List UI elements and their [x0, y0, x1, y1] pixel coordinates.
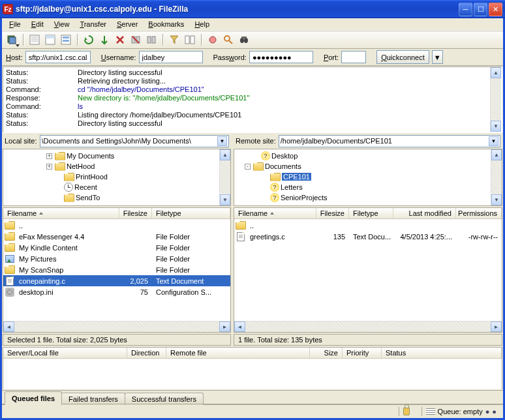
- tab-successful-transfers[interactable]: Successful transfers: [125, 393, 204, 405]
- reconnect-button[interactable]: [144, 33, 159, 47]
- menu-edit[interactable]: Edit: [27, 20, 48, 29]
- tree-item[interactable]: PrintHood: [5, 172, 218, 182]
- remote-tree[interactable]: ?Desktop-DocumentsCPE101?Letters?SeniorP…: [234, 149, 491, 205]
- sitemanager-button[interactable]: [5, 33, 19, 47]
- queue-body[interactable]: [3, 359, 502, 389]
- local-path-combo[interactable]: \Documents and Settings\John\My Document…: [40, 135, 229, 147]
- tab-failed-transfers[interactable]: Failed transfers: [61, 393, 125, 405]
- tree-item[interactable]: CPE101: [236, 172, 489, 182]
- tab-queued-files[interactable]: Queued files: [5, 391, 62, 404]
- tree-item[interactable]: ?Desktop: [236, 151, 489, 161]
- local-file-list[interactable]: ..eFax Messenger 4.4File FolderMy Kindle…: [3, 219, 230, 321]
- close-button[interactable]: ✕: [489, 3, 502, 16]
- menu-bookmarks[interactable]: Bookmarks: [144, 20, 189, 29]
- username-input[interactable]: [139, 51, 203, 63]
- list-row[interactable]: eFax Messenger 4.4File Folder: [3, 231, 230, 242]
- minimize-button[interactable]: ─: [459, 3, 472, 16]
- list-row[interactable]: My PicturesFile Folder: [3, 253, 230, 264]
- tree-item[interactable]: +NetHood: [5, 161, 218, 172]
- list-row[interactable]: My ScanSnapFile Folder: [3, 264, 230, 275]
- expander-icon[interactable]: -: [245, 164, 251, 170]
- local-column-headers[interactable]: Filename Filesize Filetype: [3, 208, 230, 219]
- toggle-queue-button[interactable]: [59, 33, 73, 47]
- scroll-up-button[interactable]: ▲: [220, 149, 230, 160]
- tree-item[interactable]: ?Letters: [236, 182, 489, 192]
- col-server[interactable]: Server/Local file: [3, 348, 127, 358]
- remote-file-list[interactable]: ..greetings.c135Text Docu...4/5/2013 4:2…: [234, 219, 502, 321]
- port-input[interactable]: [341, 51, 366, 63]
- cell-filename: My Kindle Content: [15, 244, 119, 252]
- binoculars-button[interactable]: [237, 33, 251, 47]
- filter-button[interactable]: [167, 33, 181, 47]
- col-status[interactable]: Status: [382, 348, 502, 358]
- col-remotefile[interactable]: Remote file: [166, 348, 310, 358]
- remote-path-combo[interactable]: /home/jdalbey/Documents/CPE101 ▼: [279, 135, 500, 147]
- process-queue-button[interactable]: [97, 33, 112, 47]
- quickconnect-button[interactable]: Quickconnect: [376, 50, 429, 64]
- host-input[interactable]: [25, 51, 91, 63]
- list-row[interactable]: conepainting.c2,025Text Document: [3, 275, 230, 286]
- scroll-up-button[interactable]: ▲: [491, 67, 501, 78]
- tree-item[interactable]: SendTo: [5, 192, 218, 203]
- scroll-right-button[interactable]: ►: [219, 322, 230, 332]
- expander-icon[interactable]: +: [46, 153, 52, 159]
- menu-server[interactable]: Server: [112, 20, 142, 29]
- col-priority[interactable]: Priority: [343, 348, 382, 358]
- disconnect-button[interactable]: [129, 33, 143, 47]
- local-hscrollbar[interactable]: ◄►: [3, 321, 230, 332]
- scroll-right-button[interactable]: ►: [491, 322, 502, 332]
- tree-item[interactable]: +My Documents: [5, 151, 218, 161]
- tree-item[interactable]: -Documents: [236, 161, 489, 172]
- log-content[interactable]: Status:Directory listing successfulStatu…: [3, 67, 490, 132]
- remote-hscrollbar[interactable]: ◄►: [234, 321, 502, 332]
- menu-transfer[interactable]: Transfer: [75, 20, 111, 29]
- col-size[interactable]: Size: [310, 348, 343, 358]
- local-tree-scrollbar[interactable]: ▲ ▼: [219, 149, 230, 205]
- menu-file[interactable]: File: [5, 20, 25, 29]
- scroll-up-button[interactable]: ▲: [491, 149, 502, 160]
- log-scrollbar[interactable]: ▲ ▼: [490, 67, 501, 132]
- col-filename[interactable]: Filename: [3, 208, 119, 218]
- scroll-left-button[interactable]: ◄: [234, 322, 245, 332]
- refresh-button[interactable]: [82, 33, 96, 47]
- list-row[interactable]: desktop.ini75Configuration S...: [3, 286, 230, 297]
- list-row[interactable]: greetings.c135Text Docu...4/5/2013 4:25:…: [234, 231, 502, 242]
- compare-button[interactable]: [183, 33, 197, 47]
- list-row[interactable]: My Kindle ContentFile Folder: [3, 242, 230, 253]
- scroll-left-button[interactable]: ◄: [3, 322, 14, 332]
- remote-tree-scrollbar[interactable]: ▲ ▼: [491, 149, 502, 205]
- col-filename[interactable]: Filename: [234, 208, 316, 218]
- list-row[interactable]: ..: [234, 220, 502, 231]
- maximize-button[interactable]: ☐: [474, 3, 487, 16]
- expander-icon[interactable]: +: [46, 164, 52, 170]
- list-row[interactable]: ..: [3, 220, 230, 231]
- tree-item[interactable]: ?SeniorProjects: [236, 192, 489, 203]
- col-filesize[interactable]: Filesize: [119, 208, 152, 218]
- queue-column-headers[interactable]: Server/Local file Direction Remote file …: [3, 348, 502, 359]
- password-input[interactable]: [249, 51, 313, 63]
- local-tree[interactable]: +My Documents+NetHoodPrintHoodRecentSend…: [3, 149, 219, 205]
- remote-column-headers[interactable]: Filename Filesize Filetype Last modified…: [234, 208, 502, 219]
- queue-indicator[interactable]: Queue: empty ●●: [421, 407, 500, 416]
- sync-browse-button[interactable]: [206, 33, 220, 47]
- quickconnect-history-button[interactable]: ▼: [432, 50, 443, 64]
- col-filetype[interactable]: Filetype: [349, 208, 393, 218]
- scroll-down-button[interactable]: ▼: [220, 194, 230, 205]
- col-direction[interactable]: Direction: [127, 348, 166, 358]
- col-filetype[interactable]: Filetype: [152, 208, 230, 218]
- dropdown-icon[interactable]: ▼: [489, 136, 498, 146]
- toggle-tree-button[interactable]: [43, 33, 57, 47]
- menu-view[interactable]: View: [50, 20, 74, 29]
- col-permissions[interactable]: Permissions: [456, 208, 502, 218]
- scroll-down-button[interactable]: ▼: [491, 121, 501, 132]
- menu-help[interactable]: Help: [190, 20, 214, 29]
- toggle-log-button[interactable]: [27, 33, 42, 47]
- dropdown-icon[interactable]: ▼: [217, 136, 227, 146]
- scroll-down-button[interactable]: ▼: [491, 194, 502, 205]
- col-filesize[interactable]: Filesize: [316, 208, 349, 218]
- col-lastmodified[interactable]: Last modified: [393, 208, 456, 218]
- cancel-button[interactable]: [113, 33, 127, 47]
- tree-item[interactable]: Recent: [5, 182, 218, 192]
- svg-rect-10: [63, 40, 69, 42]
- search-button[interactable]: [221, 33, 236, 47]
